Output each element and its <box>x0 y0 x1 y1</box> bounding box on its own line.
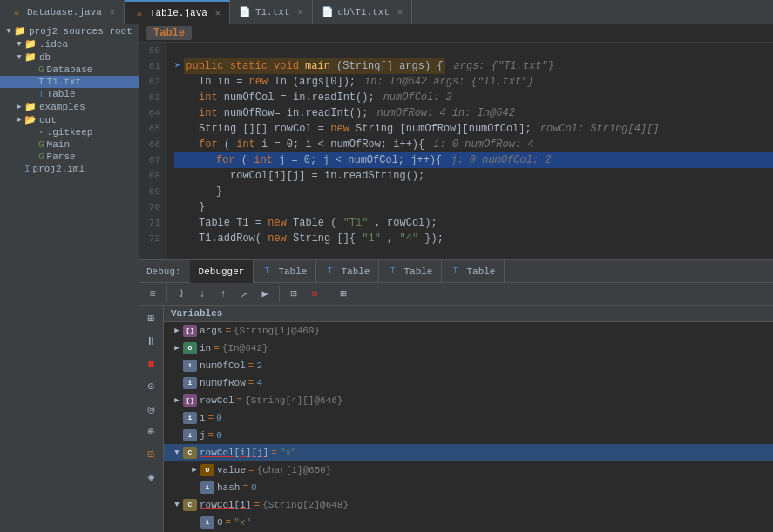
toolbar-btn-run-cursor[interactable]: ↗ <box>234 285 254 304</box>
debug-tab-table-4-label: Table <box>466 266 495 277</box>
tab-t1txt[interactable]: 📄 T1.txt ✕ <box>230 0 313 24</box>
toolbar-sep-3 <box>329 286 329 302</box>
variables-panel[interactable]: Variables ▶ [] args = {String[1]@460} <box>164 306 773 532</box>
hint-65: rowCol: String[4][] <box>540 121 660 137</box>
sidebar-item-parse[interactable]: G Parse <box>0 151 139 163</box>
line-num-63: 63 <box>146 90 160 105</box>
tab-table[interactable]: ☕ Table.java ✕ <box>125 0 230 24</box>
sidebar-item-examples[interactable]: ▶ 📁 examples <box>0 100 139 113</box>
var-icon-args: [] <box>183 325 197 337</box>
side-btn-2[interactable]: ⏸ <box>142 332 161 351</box>
sidebar-item-out[interactable]: ▶ 📂 out <box>0 113 139 126</box>
line-num-60: 60 <box>146 43 160 58</box>
var-value-numofcol: 2 <box>256 358 262 374</box>
sidebar-label-parse: Parse <box>47 152 76 162</box>
side-btn-6[interactable]: ⊡ <box>142 445 161 464</box>
toolbar-btn-step-out[interactable]: ↑ <box>214 285 233 304</box>
var-icon-hash: i <box>200 481 214 494</box>
debug-toolbar: ≡ ⤸ ↓ ↑ ↗ ▶ ⊡ ⊗ ⊞ <box>139 283 773 306</box>
toolbar-btn-menu[interactable]: ≡ <box>143 285 162 304</box>
side-btn-5[interactable]: ⊕ <box>142 422 161 441</box>
line-num-66: 66 <box>146 137 160 152</box>
var-value-hash: 0 <box>251 480 257 495</box>
sidebar-item-idea[interactable]: ▼ 📁 .idea <box>0 37 139 51</box>
side-btn-3[interactable]: ⊙ <box>142 377 161 396</box>
txt-icon: 📄 <box>239 6 251 18</box>
tab-db-t1txt[interactable]: 📄 db\T1.txt ✕ <box>313 0 412 24</box>
var-item-rowcol-ij[interactable]: ▼ C rowCol[i][j] = "x" <box>164 444 773 461</box>
folder-icon: 📁 <box>24 51 37 63</box>
side-btn-4[interactable]: ◎ <box>142 400 161 419</box>
sidebar-label-gitkeep: .gitkeep <box>47 127 93 138</box>
sidebar-label-table: Table <box>47 89 76 99</box>
sidebar: ▼ 📁 proj2 sources root ▼ 📁 .idea ▼ 📁 db … <box>0 24 139 532</box>
debug-tab-table-1[interactable]: T Table <box>255 260 316 283</box>
var-item-rowcol-i[interactable]: ▼ C rowCol[i] = {String[2]@648} <box>164 496 773 514</box>
tab-t1txt-close[interactable]: ✕ <box>298 7 303 17</box>
var-arrow-rowcol-ij: ▼ <box>171 445 183 461</box>
debug-left-buttons: ⊞ ⏸ ■ ⊙ ◎ ⊕ ⊡ ◈ <box>139 306 164 532</box>
table-icon-1: T <box>264 266 275 277</box>
toolbar-btn-step-over[interactable]: ⤸ <box>172 285 191 304</box>
tab-database[interactable]: ☕ Database.java ✕ <box>2 0 125 24</box>
sidebar-item-proj2[interactable]: ▼ 📁 proj2 sources root <box>0 24 139 37</box>
var-name-hash: hash <box>217 480 240 495</box>
variables-header: Variables <box>164 306 773 322</box>
sidebar-label-db: db <box>39 52 51 63</box>
var-value-i: 0 <box>216 410 222 426</box>
sidebar-item-table[interactable]: T Table <box>0 88 139 100</box>
var-item-numofcol[interactable]: i numOfCol = 2 <box>164 357 773 374</box>
var-item-zero[interactable]: i 0 = "x" <box>164 514 773 531</box>
var-item-in[interactable]: ▶ O in = {In@642} <box>164 340 773 357</box>
folder-icon: 📁 <box>24 101 37 112</box>
toolbar-btn-evaluate[interactable]: ⊡ <box>284 285 303 304</box>
debug-tab-table-4[interactable]: T Table <box>444 260 505 283</box>
sidebar-item-db[interactable]: ▼ 📁 db <box>0 51 139 64</box>
tab-database-close[interactable]: ✕ <box>110 7 115 17</box>
line-num-68: 68 <box>146 168 160 184</box>
var-value-value: {char[1]@650} <box>257 462 332 478</box>
side-btn-7[interactable]: ◈ <box>142 468 161 487</box>
var-icon-j: i <box>183 429 197 441</box>
var-item-args[interactable]: ▶ [] args = {String[1]@460} <box>164 322 773 340</box>
var-item-i[interactable]: i i = 0 <box>164 409 773 427</box>
folder-icon: 📁 <box>14 25 26 37</box>
var-value-rowcol-ij: "x" <box>280 445 297 461</box>
var-item-hash[interactable]: i hash = 0 <box>164 479 773 496</box>
var-item-numofrow[interactable]: i numOfRow = 4 <box>164 374 773 392</box>
hint-64: numOfRow: 4 in: In@642 <box>376 105 514 121</box>
var-eq-hash: = <box>242 480 248 495</box>
sidebar-item-gitkeep[interactable]: · .gitkeep <box>0 126 139 138</box>
toolbar-btn-more[interactable]: ⊞ <box>334 285 353 304</box>
var-icon-value: O <box>200 464 214 476</box>
sidebar-item-t1txt[interactable]: T T1.txt <box>0 76 139 88</box>
toolbar-btn-step-into[interactable]: ↓ <box>193 285 212 304</box>
var-item-value[interactable]: ▶ O value = {char[1]@650} <box>164 461 773 479</box>
var-item-j[interactable]: i j = 0 <box>164 427 773 444</box>
tab-db-t1txt-close[interactable]: ✕ <box>397 7 403 17</box>
side-btn-1[interactable]: ⊞ <box>142 309 161 328</box>
toolbar-btn-resume[interactable]: ▶ <box>255 285 275 304</box>
var-name-in: in <box>200 340 211 356</box>
table-icon-4: T <box>452 266 463 277</box>
tab-table-label: Table.java <box>150 8 207 18</box>
side-btn-stop[interactable]: ■ <box>142 354 161 374</box>
sidebar-item-iml[interactable]: I proj2.iml <box>0 163 139 175</box>
sidebar-item-database[interactable]: G Database <box>0 64 139 76</box>
code-line-65: String [][] rowCol = new String [numOfRo… <box>174 121 773 137</box>
toolbar-btn-stop[interactable]: ⊗ <box>305 285 324 304</box>
debug-tab-table-2[interactable]: T Table <box>318 260 379 283</box>
code-line-62: In in = new In (args[0]); in: In@642 arg… <box>174 74 773 90</box>
debug-tab-debugger[interactable]: Debugger <box>190 260 254 283</box>
debug-tab-table-3[interactable]: T Table <box>381 260 442 283</box>
line-num-61: 61 <box>146 58 160 74</box>
table-label: Table <box>146 26 192 40</box>
tab-table-close[interactable]: ✕ <box>215 8 220 18</box>
sidebar-item-main[interactable]: G Main <box>0 138 139 151</box>
code-content[interactable]: ➤ public static void main (String[] args… <box>167 43 773 259</box>
hint-63: numOfCol: 2 <box>383 90 452 105</box>
tab-db-t1txt-label: db\T1.txt <box>338 7 390 17</box>
java-g-icon: G <box>38 64 44 75</box>
var-item-rowcol[interactable]: ▶ [] rowCol = {String[4][]@646} <box>164 392 773 409</box>
var-arrow-rowcol-i: ▼ <box>171 497 183 513</box>
